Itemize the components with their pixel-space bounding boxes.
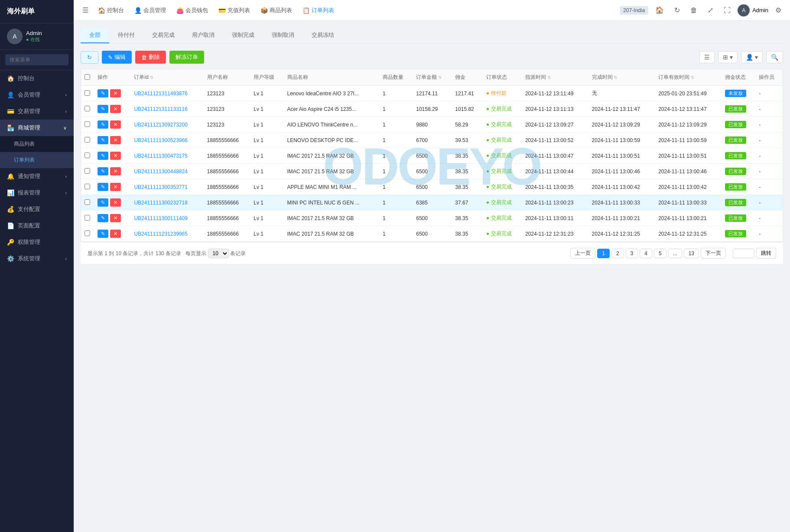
row-checkbox-cell[interactable] xyxy=(81,211,94,226)
search-input[interactable] xyxy=(5,54,68,65)
col-valid-time[interactable]: 订单有效时间 xyxy=(655,69,722,86)
row-delete-button[interactable]: ✕ xyxy=(110,152,121,160)
row-delete-button[interactable]: ✕ xyxy=(110,89,121,97)
sidebar-item-reports[interactable]: 📊 报表管理 › xyxy=(0,185,74,201)
topnav-user[interactable]: A Admin xyxy=(738,4,768,16)
sidebar-item-pages[interactable]: 📄 页面配置 xyxy=(0,217,74,234)
topnav-members[interactable]: 👤 会员管理 xyxy=(130,4,170,17)
tab-user-cancel[interactable]: 用户取消 xyxy=(183,28,223,43)
row-checkbox[interactable] xyxy=(85,121,90,127)
page-size-select[interactable]: 10 20 50 xyxy=(208,249,229,258)
sidebar-item-permissions[interactable]: 🔑 权限管理 xyxy=(0,234,74,250)
row-edit-button[interactable]: ✎ xyxy=(98,198,108,207)
sidebar-item-payment[interactable]: 💰 支付配置 xyxy=(0,201,74,217)
row-delete-button[interactable]: ✕ xyxy=(110,167,121,175)
next-page-button[interactable]: 下一页 xyxy=(701,248,726,259)
home-icon[interactable]: 🏠 xyxy=(652,4,667,16)
row-delete-button[interactable]: ✕ xyxy=(110,120,121,129)
col-assign-time[interactable]: 指派时间 xyxy=(522,69,588,86)
topnav-orders[interactable]: 📋 订单列表 xyxy=(298,4,338,17)
row-checkbox-cell[interactable] xyxy=(81,179,94,195)
tab-force-cancel[interactable]: 强制取消 xyxy=(263,28,303,43)
select-all-checkbox[interactable] xyxy=(85,74,90,80)
row-edit-button[interactable]: ✎ xyxy=(98,230,108,238)
topnav-dashboard[interactable]: 🏠 控制台 xyxy=(94,4,128,17)
row-checkbox[interactable] xyxy=(85,106,90,111)
row-delete-button[interactable]: ✕ xyxy=(110,136,121,144)
row-edit-button[interactable]: ✎ xyxy=(98,167,108,175)
row-checkbox-cell[interactable] xyxy=(81,86,94,101)
edit-button[interactable]: ✎ 编辑 xyxy=(102,51,132,64)
row-checkbox-cell[interactable] xyxy=(81,117,94,133)
row-edit-button[interactable]: ✎ xyxy=(98,105,108,113)
row-delete-button[interactable]: ✕ xyxy=(110,198,121,207)
menu-toggle-icon[interactable]: ☰ xyxy=(79,4,92,16)
refresh-icon[interactable]: ↻ xyxy=(671,4,683,16)
row-checkbox[interactable] xyxy=(85,184,90,189)
page-jump-button[interactable]: 跳转 xyxy=(756,248,776,259)
page-13-button[interactable]: 13 xyxy=(684,249,699,258)
row-delete-button[interactable]: ✕ xyxy=(110,105,121,113)
row-checkbox-cell[interactable] xyxy=(81,226,94,242)
tab-frozen[interactable]: 交易冻结 xyxy=(303,28,343,43)
tab-complete[interactable]: 交易完成 xyxy=(143,28,183,43)
row-checkbox[interactable] xyxy=(85,137,90,143)
row-edit-button[interactable]: ✎ xyxy=(98,152,108,160)
row-checkbox-cell[interactable] xyxy=(81,195,94,211)
grid-view-button[interactable]: ⊞ ▾ xyxy=(718,51,738,63)
row-edit-button[interactable]: ✎ xyxy=(98,89,108,97)
row-checkbox[interactable] xyxy=(85,230,90,236)
row-edit-button[interactable]: ✎ xyxy=(98,136,108,144)
row-checkbox[interactable] xyxy=(85,168,90,174)
row-edit-button[interactable]: ✎ xyxy=(98,183,108,191)
delete-icon[interactable]: 🗑 xyxy=(687,5,701,16)
row-checkbox-cell[interactable] xyxy=(81,164,94,179)
prev-page-button[interactable]: 上一页 xyxy=(570,248,595,259)
page-jump-input[interactable] xyxy=(733,249,754,258)
row-checkbox[interactable] xyxy=(85,90,90,96)
topnav-wallet[interactable]: 👛 会员钱包 xyxy=(172,4,212,17)
resolve-button[interactable]: 解冻订单 xyxy=(169,51,204,64)
topnav-products[interactable]: 📦 商品列表 xyxy=(256,4,296,17)
tab-pending[interactable]: 待付付 xyxy=(109,28,143,43)
sidebar-item-dashboard[interactable]: 🏠 控制台 xyxy=(0,70,74,87)
sidebar-item-transactions[interactable]: 💳 交易管理 › xyxy=(0,103,74,120)
row-delete-button[interactable]: ✕ xyxy=(110,183,121,191)
row-edit-button[interactable]: ✎ xyxy=(98,214,108,222)
col-order-id[interactable]: 订单id xyxy=(130,69,203,86)
column-settings-button[interactable]: 👤 ▾ xyxy=(741,51,763,63)
delete-button[interactable]: 🗑 删除 xyxy=(135,51,166,64)
sidebar-item-products[interactable]: 商品列表 xyxy=(0,136,74,152)
sidebar-item-orders[interactable]: 订单列表 xyxy=(0,152,74,168)
row-checkbox-cell[interactable] xyxy=(81,101,94,117)
expand-icon[interactable]: ⤢ xyxy=(704,4,717,16)
sidebar-item-system[interactable]: ⚙️ 系统管理 › xyxy=(0,250,74,267)
col-complete-time[interactable]: 完成时间 xyxy=(588,69,655,86)
settings-icon[interactable]: ⚙ xyxy=(772,4,785,16)
row-checkbox[interactable] xyxy=(85,215,90,221)
row-edit-button[interactable]: ✎ xyxy=(98,120,108,129)
page-3-button[interactable]: 3 xyxy=(626,249,638,258)
row-delete-button[interactable]: ✕ xyxy=(110,230,121,238)
list-view-button[interactable]: ☰ xyxy=(699,51,715,63)
row-checkbox-cell[interactable] xyxy=(81,148,94,164)
sidebar-item-store[interactable]: 🏪 商城管理 ∨ xyxy=(0,120,74,136)
tab-force-complete[interactable]: 强制完成 xyxy=(223,28,263,43)
select-all-header[interactable] xyxy=(81,69,94,86)
sidebar-item-members[interactable]: 👤 会员管理 › xyxy=(0,87,74,103)
col-amount[interactable]: 订单金额 xyxy=(413,69,452,86)
row-delete-button[interactable]: ✕ xyxy=(110,214,121,222)
page-4-button[interactable]: 4 xyxy=(640,249,652,258)
fullscreen-icon[interactable]: ⛶ xyxy=(720,5,734,16)
sidebar-item-notifications[interactable]: 🔔 通知管理 › xyxy=(0,168,74,185)
row-checkbox[interactable] xyxy=(85,152,90,158)
search-button[interactable]: 🔍 xyxy=(766,51,783,63)
tab-all[interactable]: 全部 xyxy=(81,28,109,43)
row-checkbox-cell[interactable] xyxy=(81,133,94,148)
refresh-button[interactable]: ↻ xyxy=(81,51,98,64)
row-checkbox[interactable] xyxy=(85,199,90,205)
page-1-button[interactable]: 1 xyxy=(597,249,610,258)
page-5-button[interactable]: 5 xyxy=(654,249,666,258)
page-2-button[interactable]: 2 xyxy=(611,249,624,258)
topnav-recharge[interactable]: 💳 充值列表 xyxy=(214,4,254,17)
